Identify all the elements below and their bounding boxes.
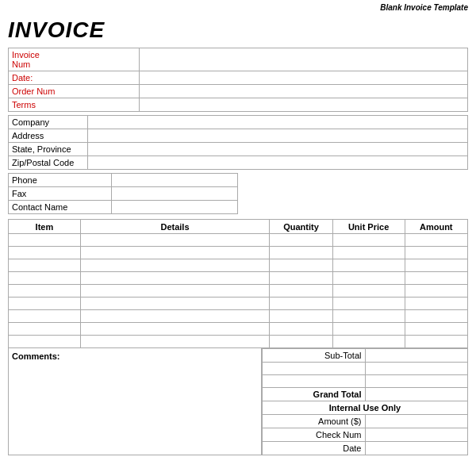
line-items-table: Item Details Quantity Unit Price Amount: [8, 219, 468, 348]
address-label: Address: [9, 129, 88, 143]
terms-label: Terms: [9, 98, 140, 112]
internal-check-label: Check Num: [263, 428, 366, 442]
row-5-details[interactable]: [80, 298, 269, 310]
internal-check-value[interactable]: [365, 428, 468, 442]
row-0-details[interactable]: [80, 234, 269, 247]
row-8-details[interactable]: [80, 336, 269, 348]
terms-value[interactable]: [140, 98, 468, 112]
contact-name-label: Contact Name: [9, 201, 112, 214]
row-7-item[interactable]: [9, 323, 81, 336]
row-2-details[interactable]: [80, 259, 269, 272]
fax-label: Fax: [9, 187, 112, 201]
row-1-details[interactable]: [80, 247, 269, 259]
comments-label: Comments:: [12, 351, 60, 361]
col-header-quantity: Quantity: [270, 220, 332, 234]
row-2-item[interactable]: [9, 259, 81, 272]
row-7-details[interactable]: [80, 323, 269, 336]
row-6-amount[interactable]: [405, 310, 468, 323]
invoice-num-value[interactable]: [140, 48, 468, 71]
row-6-unit_price[interactable]: [332, 310, 405, 323]
row-3-unit_price[interactable]: [332, 272, 405, 285]
row-3-details[interactable]: [80, 272, 269, 285]
col-header-unit-price: Unit Price: [332, 220, 405, 234]
row-4-details[interactable]: [80, 285, 269, 298]
row-2-amount[interactable]: [405, 259, 468, 272]
table-row: [9, 323, 468, 336]
row-5-quantity[interactable]: [270, 298, 332, 310]
row-7-unit_price[interactable]: [332, 323, 405, 336]
invoice-page: Blank Invoice Template INVOICE InvoiceNu…: [0, 0, 476, 476]
row-2-quantity[interactable]: [270, 259, 332, 272]
row-4-quantity[interactable]: [270, 285, 332, 298]
row-7-quantity[interactable]: [270, 323, 332, 336]
row-6-details[interactable]: [80, 310, 269, 323]
grand-total-label: Grand Total: [263, 388, 366, 401]
row-8-unit_price[interactable]: [332, 336, 405, 348]
col-header-item: Item: [9, 220, 81, 234]
company-value[interactable]: [88, 116, 468, 129]
row-4-item[interactable]: [9, 285, 81, 298]
row-5-item[interactable]: [9, 298, 81, 310]
contact-table: Phone Fax Contact Name: [8, 173, 238, 214]
row-8-amount[interactable]: [405, 336, 468, 348]
blank-row1-value[interactable]: [365, 363, 468, 375]
row-3-item[interactable]: [9, 272, 81, 285]
row-0-item[interactable]: [9, 234, 81, 247]
fax-value[interactable]: [112, 187, 238, 201]
row-1-amount[interactable]: [405, 247, 468, 259]
row-4-unit_price[interactable]: [332, 285, 405, 298]
subtotal-value[interactable]: [365, 349, 468, 363]
row-1-unit_price[interactable]: [332, 247, 405, 259]
row-8-item[interactable]: [9, 336, 81, 348]
row-3-quantity[interactable]: [270, 272, 332, 285]
row-0-quantity[interactable]: [270, 234, 332, 247]
date-value[interactable]: [140, 71, 468, 85]
row-3-amount[interactable]: [405, 272, 468, 285]
invoice-title: INVOICE: [8, 17, 468, 43]
comments-area[interactable]: Comments:: [8, 348, 262, 455]
date-label: Date:: [9, 71, 140, 85]
grand-total-value[interactable]: [365, 388, 468, 401]
contact-name-value[interactable]: [112, 201, 238, 214]
row-1-item[interactable]: [9, 247, 81, 259]
header-info-table: InvoiceNum Date: Order Num Terms: [8, 48, 468, 112]
internal-amount-value[interactable]: [365, 415, 468, 428]
zip-value[interactable]: [88, 156, 468, 170]
table-row: [9, 247, 468, 259]
phone-label: Phone: [9, 174, 112, 187]
row-0-unit_price[interactable]: [332, 234, 405, 247]
order-num-label: Order Num: [9, 85, 140, 98]
blank-row2-value[interactable]: [365, 375, 468, 388]
row-6-item[interactable]: [9, 310, 81, 323]
state-label: State, Province: [9, 143, 88, 156]
bottom-section: Comments: Sub-Total Grand Total: [8, 348, 468, 455]
internal-date-label: Date: [263, 442, 366, 455]
subtotal-label: Sub-Total: [263, 349, 366, 363]
address-value[interactable]: [88, 129, 468, 143]
totals-area: Sub-Total Grand Total Internal Use Only: [262, 348, 468, 455]
col-header-details: Details: [80, 220, 269, 234]
table-row: [9, 336, 468, 348]
row-2-unit_price[interactable]: [332, 259, 405, 272]
phone-value[interactable]: [112, 174, 238, 187]
state-value[interactable]: [88, 143, 468, 156]
address-table: Company Address State, Province Zip/Post…: [8, 115, 468, 170]
row-5-unit_price[interactable]: [332, 298, 405, 310]
company-label: Company: [9, 116, 88, 129]
row-7-amount[interactable]: [405, 323, 468, 336]
row-6-quantity[interactable]: [270, 310, 332, 323]
row-1-quantity[interactable]: [270, 247, 332, 259]
blank-row1-label: [263, 363, 366, 375]
order-num-value[interactable]: [140, 85, 468, 98]
row-5-amount[interactable]: [405, 298, 468, 310]
row-0-amount[interactable]: [405, 234, 468, 247]
table-row: [9, 298, 468, 310]
row-8-quantity[interactable]: [270, 336, 332, 348]
internal-date-value[interactable]: [365, 442, 468, 455]
table-row: [9, 272, 468, 285]
row-4-amount[interactable]: [405, 285, 468, 298]
invoice-num-label: InvoiceNum: [9, 48, 140, 71]
table-row: [9, 259, 468, 272]
blank-row2-label: [263, 375, 366, 388]
table-row: [9, 234, 468, 247]
